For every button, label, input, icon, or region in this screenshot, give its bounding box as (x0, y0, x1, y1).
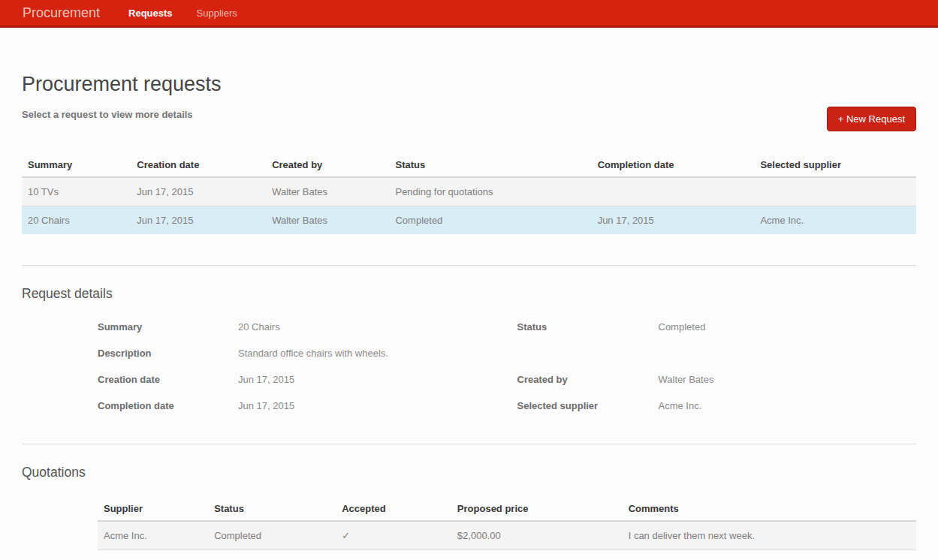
request-details-heading: Request details (22, 286, 916, 302)
cell-status: Completed (208, 550, 336, 560)
cell-status: Completed (389, 206, 591, 235)
request-details-grid: Summary 20 Chairs Status Completed Descr… (22, 314, 916, 419)
request-row-20-chairs[interactable]: 20 Chairs Jun 17, 2015 Walter Bates Comp… (22, 206, 916, 235)
app-brand: Procurement (23, 5, 100, 21)
cell-created-by: Walter Bates (266, 177, 389, 206)
column-header-accepted: Accepted (336, 497, 451, 521)
nav-item-suppliers[interactable]: Suppliers (197, 8, 237, 19)
field-value-description: Standard office chairs with wheels. (238, 348, 469, 359)
top-navbar: Procurement Requests Suppliers (0, 0, 938, 28)
cell-supplier: Acme Inc. (98, 521, 208, 550)
cell-supplier: Duff Co. (98, 550, 208, 560)
quotation-row-acme: Acme Inc. Completed ✓ $2,000.00 I can de… (98, 521, 916, 550)
column-header-comments: Comments (623, 497, 916, 521)
cell-selected-supplier (754, 177, 916, 206)
new-request-button[interactable]: + New Request (827, 107, 916, 131)
field-label-completion-date: Completion date (98, 400, 238, 411)
column-header-status: Status (389, 153, 591, 177)
cell-proposed-price: $0.00 (451, 550, 623, 560)
quotation-row-duff: Duff Co. Completed ✗ $0.00 Sorry I am ou… (98, 550, 916, 560)
field-label-empty (517, 348, 659, 359)
cell-summary: 10 TVs (22, 177, 131, 206)
field-label-status: Status (517, 321, 659, 333)
details-row: Creation date Jun 17, 2015 Created by Wa… (22, 366, 916, 393)
details-row: Summary 20 Chairs Status Completed (22, 314, 916, 340)
column-header-creation-date: Creation date (131, 153, 266, 177)
cell-status: Completed (208, 521, 336, 550)
section-divider (22, 444, 916, 444)
accepted-check-icon: ✓ (336, 521, 451, 550)
column-header-created-by: Created by (266, 153, 389, 177)
section-divider (22, 265, 916, 266)
field-label-creation-date: Creation date (98, 374, 238, 385)
field-value-status: Completed (659, 321, 917, 333)
cell-completion-date (592, 177, 755, 206)
nav-item-requests[interactable]: Requests (128, 8, 173, 19)
field-label-selected-supplier: Selected supplier (517, 400, 659, 411)
field-value-created-by: Walter Bates (659, 374, 917, 385)
cell-completion-date: Jun 17, 2015 (592, 206, 755, 235)
cell-comments: Sorry I am out of stock. (623, 550, 916, 560)
cell-creation-date: Jun 17, 2015 (131, 177, 266, 206)
cell-creation-date: Jun 17, 2015 (131, 206, 266, 235)
column-header-supplier: Supplier (98, 497, 208, 521)
cell-status: Pending for quotations (389, 177, 591, 206)
field-value-creation-date: Jun 17, 2015 (238, 374, 469, 385)
quotations-table-header-row: Supplier Status Accepted Proposed price … (98, 497, 916, 521)
column-header-completion-date: Completion date (592, 153, 755, 177)
cell-comments: I can deliver them next week. (623, 521, 916, 550)
field-value-summary: 20 Chairs (238, 321, 469, 333)
column-header-status: Status (208, 497, 336, 521)
details-row: Completion date Jun 17, 2015 Selected su… (22, 393, 916, 419)
quotations-table: Supplier Status Accepted Proposed price … (98, 497, 916, 560)
quotations-heading: Quotations (22, 465, 916, 480)
requests-table: Summary Creation date Created by Status … (22, 153, 916, 234)
main-content: Procurement requests Select a request to… (0, 73, 938, 560)
field-value-empty (659, 348, 917, 359)
page-subtitle: Select a request to view more details (22, 107, 193, 120)
field-label-summary: Summary (98, 321, 238, 333)
cell-proposed-price: $2,000.00 (451, 521, 623, 550)
field-label-created-by: Created by (517, 374, 659, 385)
requests-table-header-row: Summary Creation date Created by Status … (22, 153, 916, 177)
column-header-summary: Summary (22, 153, 131, 177)
page-title: Procurement requests (22, 73, 916, 96)
field-label-description: Description (98, 348, 238, 359)
quotations-table-wrap: Supplier Status Accepted Proposed price … (98, 497, 916, 560)
request-row-10-tvs[interactable]: 10 TVs Jun 17, 2015 Walter Bates Pending… (22, 177, 916, 206)
column-header-selected-supplier: Selected supplier (754, 153, 916, 177)
accepted-cross-icon: ✗ (336, 550, 451, 560)
column-header-proposed-price: Proposed price (451, 497, 623, 521)
field-value-completion-date: Jun 17, 2015 (238, 400, 469, 411)
subtitle-row: Select a request to view more details + … (22, 107, 916, 132)
cell-created-by: Walter Bates (266, 206, 389, 235)
cell-selected-supplier: Acme Inc. (754, 206, 916, 235)
cell-summary: 20 Chairs (22, 206, 131, 235)
details-row: Description Standard office chairs with … (22, 340, 916, 366)
field-value-selected-supplier: Acme Inc. (659, 400, 917, 411)
